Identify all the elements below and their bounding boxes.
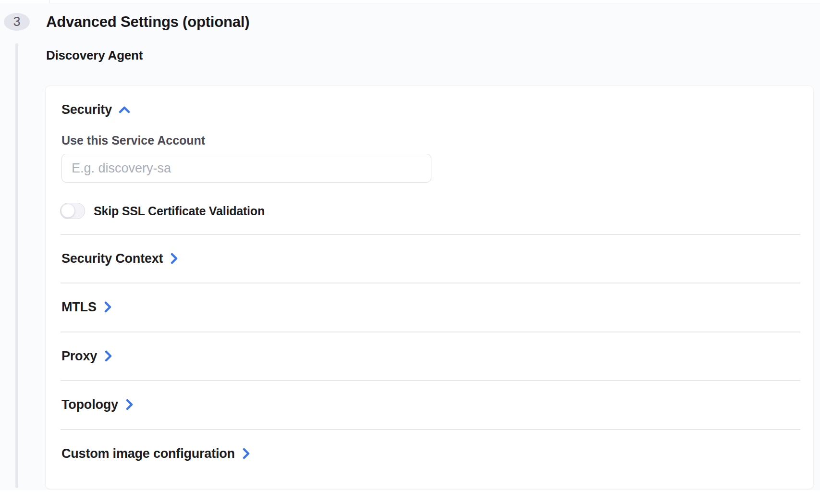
divider <box>61 283 800 283</box>
divider <box>61 234 800 235</box>
previous-step-card-edge <box>49 0 820 3</box>
section-row-custom-image-configuration[interactable]: Custom image configuration <box>61 444 250 463</box>
section-row-mtls[interactable]: MTLS <box>61 297 111 317</box>
wizard-advanced-settings-screen: 3 Advanced Settings (optional) Discovery… <box>0 0 820 504</box>
page-title: Advanced Settings (optional) <box>46 13 249 31</box>
advanced-settings-card: Security Use this Service Account Skip S… <box>45 86 814 489</box>
chevron-right-icon <box>242 448 250 459</box>
step-number-badge: 3 <box>4 13 30 31</box>
step-number: 3 <box>13 14 20 29</box>
service-account-input[interactable] <box>61 154 431 183</box>
section-row-topology[interactable]: Topology <box>61 395 133 414</box>
divider <box>61 380 800 381</box>
divider <box>61 429 800 430</box>
skip-ssl-toggle-label: Skip SSL Certificate Validation <box>94 204 265 218</box>
section-row-label: Security Context <box>61 251 163 266</box>
section-row-label: Topology <box>61 397 118 412</box>
security-section-header[interactable]: Security <box>61 100 130 119</box>
step-connector-line <box>15 43 18 488</box>
chevron-right-icon <box>104 350 112 362</box>
ssl-toggle-row: Skip SSL Certificate Validation <box>60 203 265 219</box>
section-row-label: MTLS <box>61 300 97 315</box>
divider <box>61 332 800 332</box>
chevron-up-icon[interactable] <box>119 106 130 113</box>
discovery-agent-label: Discovery Agent <box>46 48 143 63</box>
section-row-label: Custom image configuration <box>61 446 235 461</box>
toggle-knob <box>61 204 75 218</box>
chevron-right-icon <box>170 253 178 264</box>
section-row-security-context[interactable]: Security Context <box>61 249 178 268</box>
skip-ssl-toggle[interactable] <box>60 203 85 219</box>
chevron-right-icon <box>104 301 111 313</box>
service-account-label: Use this Service Account <box>61 133 205 148</box>
section-row-label: Proxy <box>61 349 97 364</box>
section-row-proxy[interactable]: Proxy <box>61 346 112 366</box>
chevron-right-icon <box>125 399 133 410</box>
security-section-title: Security <box>61 102 112 117</box>
